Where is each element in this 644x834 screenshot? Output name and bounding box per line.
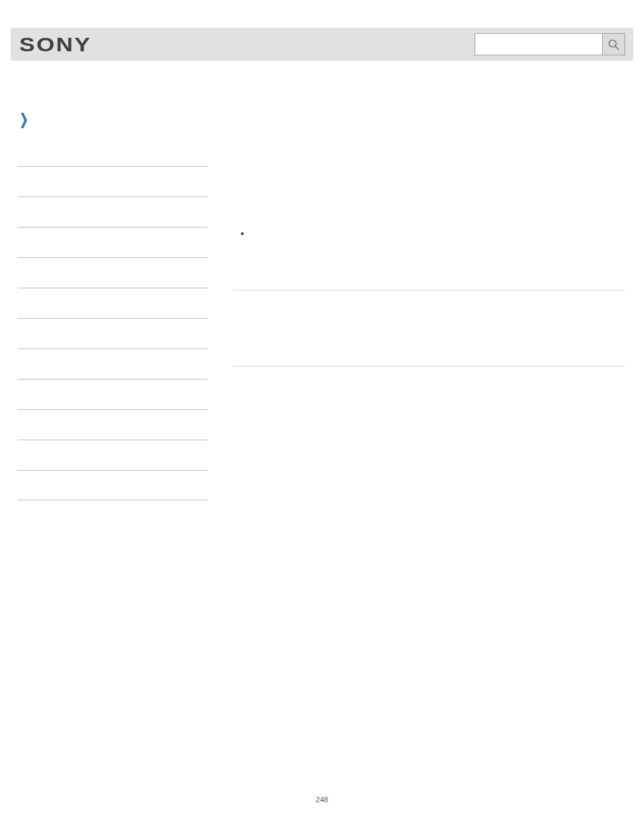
sidebar-item[interactable]: [18, 470, 208, 500]
sidebar-item[interactable]: [18, 348, 208, 379]
sidebar-item[interactable]: [18, 379, 208, 409]
sidebar-item[interactable]: [18, 166, 208, 197]
sidebar-item[interactable]: [18, 227, 208, 257]
header-bar: SONY: [11, 28, 633, 61]
breadcrumb-row: ❯: [18, 111, 30, 128]
sony-logo: SONY: [16, 33, 92, 56]
bullet-icon: [241, 232, 244, 235]
sidebar-item[interactable]: [18, 288, 208, 318]
divider: [233, 366, 624, 367]
page-number: 248: [0, 796, 644, 804]
sidebar-item[interactable]: [18, 409, 208, 440]
sidebar: [18, 166, 208, 500]
sidebar-item[interactable]: [18, 197, 208, 227]
chevron-right-icon: ❯: [20, 111, 28, 128]
sidebar-item[interactable]: [18, 257, 208, 288]
search-input[interactable]: [475, 33, 603, 55]
search-wrap: [475, 33, 625, 55]
sidebar-item[interactable]: [18, 318, 208, 348]
divider: [233, 290, 624, 290]
svg-point-0: [609, 40, 616, 47]
sidebar-item[interactable]: [18, 440, 208, 470]
search-button[interactable]: [603, 33, 625, 55]
svg-line-1: [615, 46, 618, 49]
search-icon: [608, 38, 620, 51]
